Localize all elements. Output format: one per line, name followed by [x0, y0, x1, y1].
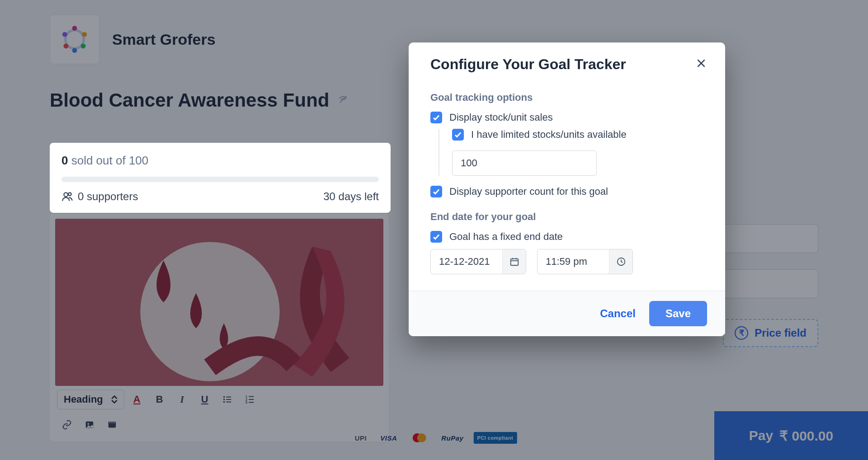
checkbox-supporter-count-label: Display supporter count for this goal — [449, 186, 608, 197]
checkbox-display-stock-label: Display stock/unit sales — [449, 112, 553, 123]
goal-tracker-card[interactable]: 0 sold out of 100 0 supporters 30 days l… — [50, 143, 391, 213]
checkbox-limited-stock[interactable]: I have limited stocks/units available — [452, 129, 703, 141]
checkbox-icon — [452, 129, 464, 141]
calendar-icon[interactable] — [502, 249, 526, 274]
checkbox-icon — [430, 112, 442, 123]
checkbox-display-stock[interactable]: Display stock/unit sales — [430, 112, 703, 123]
end-time-field[interactable] — [537, 249, 633, 274]
checkbox-fixed-end-date[interactable]: Goal has a fixed end date — [430, 231, 703, 243]
end-date-field[interactable] — [430, 249, 526, 274]
goal-days-left: 30 days left — [323, 190, 379, 203]
goal-sold-line: 0 sold out of 100 — [61, 154, 379, 168]
configure-goal-modal: Configure Your Goal Tracker Goal trackin… — [409, 42, 725, 336]
svg-rect-36 — [510, 259, 518, 266]
clock-icon[interactable] — [609, 249, 632, 274]
end-date-input[interactable] — [431, 249, 502, 274]
close-icon — [695, 57, 707, 69]
goal-sold-label: sold out of 100 — [68, 154, 148, 167]
close-button[interactable] — [695, 57, 707, 72]
checkbox-fixed-end-date-label: Goal has a fixed end date — [449, 231, 563, 243]
goal-sold-count: 0 — [61, 154, 68, 167]
goal-supporters-text: 0 supporters — [78, 190, 138, 203]
save-button[interactable]: Save — [649, 301, 707, 326]
checkbox-icon — [430, 186, 442, 197]
goal-progress-bar — [61, 177, 379, 182]
section-tracking-label: Goal tracking options — [430, 92, 703, 103]
cancel-button[interactable]: Cancel — [600, 307, 636, 320]
end-time-input[interactable] — [538, 249, 609, 274]
section-enddate-label: End date for your goal — [430, 211, 703, 223]
svg-point-33 — [68, 192, 71, 196]
stock-quantity-input[interactable] — [452, 150, 597, 176]
checkbox-icon — [430, 231, 442, 243]
goal-supporters: 0 supporters — [61, 190, 138, 203]
people-icon — [61, 191, 73, 202]
modal-title: Configure Your Goal Tracker — [430, 56, 626, 73]
svg-point-32 — [64, 192, 68, 197]
checkbox-limited-stock-label: I have limited stocks/units available — [471, 129, 627, 141]
checkbox-supporter-count[interactable]: Display supporter count for this goal — [430, 186, 703, 197]
